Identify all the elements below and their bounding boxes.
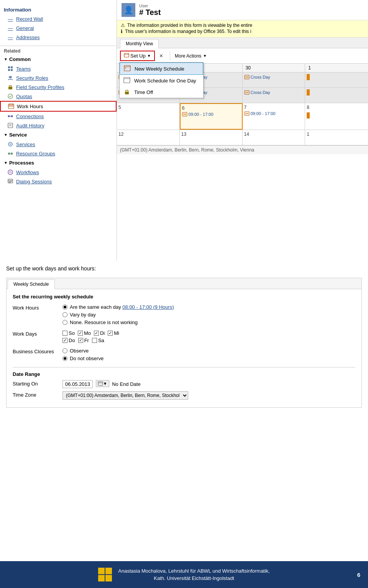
more-actions-button[interactable]: More Actions ▼ bbox=[173, 53, 208, 59]
checkbox-sa-box[interactable] bbox=[92, 338, 97, 343]
sidebar-item-work-hours[interactable]: Work Hours bbox=[0, 101, 117, 112]
services-icon bbox=[7, 141, 14, 148]
weekly-schedule-tab[interactable]: Weekly Schedule bbox=[8, 279, 55, 289]
svg-point-15 bbox=[8, 115, 10, 117]
teams-label: Teams bbox=[16, 66, 31, 72]
common-section-toggle[interactable]: ▼ Common bbox=[0, 54, 117, 64]
business-closures-row: Business Closures Observe Do not observe bbox=[13, 348, 355, 363]
information-header: Information bbox=[0, 5, 117, 14]
radio-none: None. Resource is not working bbox=[62, 320, 355, 325]
sidebar-item-security-roles[interactable]: Security Roles bbox=[0, 73, 117, 82]
cal-cell-1-1 bbox=[305, 72, 368, 87]
checkbox-sa-label: Sa bbox=[98, 338, 104, 343]
svg-rect-14 bbox=[12, 106, 13, 107]
work-hours-label: Work Hours bbox=[17, 104, 43, 109]
spacer bbox=[0, 409, 368, 486]
workflows-label: Workflows bbox=[16, 170, 39, 175]
checkbox-mi: Mi bbox=[108, 330, 119, 336]
sidebar-information-section: Information — Record Wall — General — Ad… bbox=[0, 3, 117, 44]
processes-section-toggle[interactable]: ▼ Processes bbox=[0, 158, 117, 168]
svg-rect-29 bbox=[9, 182, 11, 183]
checkbox-di: Di bbox=[94, 330, 105, 336]
starting-on-row: Starting On 06.05.2013 ▼ No End Date bbox=[13, 380, 355, 388]
time-zone-select[interactable]: (GMT+01:00) Amsterdam, Berlin, Bern, Rom… bbox=[62, 391, 188, 400]
logo-quad-3 bbox=[98, 575, 105, 581]
cross-day-30-2: Cross Day bbox=[244, 90, 304, 95]
checkbox-so-box[interactable] bbox=[62, 331, 67, 336]
sidebar-item-services[interactable]: Services bbox=[0, 140, 117, 149]
cal-cell-12: 12 bbox=[117, 130, 180, 145]
tab-monthly-view[interactable]: Monthly View bbox=[120, 39, 159, 48]
warning-text-1: The information provided in this form is… bbox=[127, 23, 252, 28]
sidebar-item-addresses[interactable]: — Addresses bbox=[0, 33, 117, 42]
sidebar-item-dialog-sessions[interactable]: Dialog Sessions bbox=[0, 177, 117, 186]
sidebar-item-general[interactable]: — General bbox=[0, 23, 117, 33]
general-label: General bbox=[16, 25, 34, 31]
checkbox-di-label: Di bbox=[100, 330, 105, 336]
footer-text: Anastasia Mochalova, Lehrstuhl für ABWL … bbox=[118, 567, 269, 582]
cal-cell-6: 6 09:00 - 17:00 bbox=[180, 103, 243, 130]
checkbox-mo-label: Mo bbox=[84, 330, 91, 336]
close-button[interactable]: × bbox=[157, 52, 165, 60]
cal-cell-7: 7 09:00 - 17:00 bbox=[243, 103, 306, 130]
radio-same-each-day-label: Are the same each day bbox=[70, 304, 122, 310]
page-footer: Anastasia Mochalova, Lehrstuhl für ABWL … bbox=[0, 561, 368, 588]
radio-same-each-day-circle[interactable] bbox=[62, 305, 67, 310]
business-closures-label: Business Closures bbox=[13, 348, 62, 354]
checkbox-fr-box[interactable] bbox=[78, 338, 83, 343]
sidebar-item-connections[interactable]: Connections bbox=[0, 112, 117, 121]
sidebar-item-resource-groups[interactable]: Resource Groups bbox=[0, 149, 117, 158]
dropdown-item-one-day[interactable]: Work Schedule for One Day bbox=[120, 75, 203, 86]
date-picker-button[interactable]: ▼ bbox=[96, 380, 109, 387]
svg-point-4 bbox=[9, 76, 12, 78]
panel-section-title: Set the recurring weekly schedule bbox=[13, 294, 355, 300]
starting-on-date-input[interactable]: 06.05.2013 bbox=[62, 380, 93, 388]
setup-button[interactable]: Set Up ▼ bbox=[120, 51, 155, 61]
work-hours-form-label: Work Hours bbox=[13, 304, 62, 311]
services-label: Services bbox=[16, 142, 35, 147]
work-days-row-2: Do Fr Sa bbox=[62, 338, 355, 343]
warning-text-2: This user's information is managed by Of… bbox=[125, 29, 251, 34]
checkbox-do-label: Do bbox=[69, 338, 75, 343]
warning-banners: ⚠ The information provided in this form … bbox=[117, 20, 368, 38]
sidebar-item-teams[interactable]: Teams bbox=[0, 64, 117, 73]
cal-event-7: 09:00 - 17:00 bbox=[244, 111, 304, 116]
sidebar-item-record-wall[interactable]: — Record Wall bbox=[0, 14, 117, 23]
svg-rect-30 bbox=[124, 53, 129, 57]
sidebar-item-audit-history[interactable]: Audit History bbox=[0, 121, 117, 130]
cal-cell-1-2 bbox=[305, 88, 368, 103]
svg-rect-47 bbox=[98, 382, 103, 385]
processes-triangle-icon: ▼ bbox=[4, 161, 8, 165]
date-range-title: Date Range bbox=[13, 371, 355, 377]
sidebar-item-field-security[interactable]: Field Security Profiles bbox=[0, 82, 117, 92]
sidebar-item-workflows[interactable]: Workflows bbox=[0, 168, 117, 177]
user-label: User bbox=[139, 3, 161, 8]
cal-date-5: 5 bbox=[118, 105, 178, 110]
cal-date-14: 14 bbox=[244, 132, 304, 137]
cal-date-6: 6 bbox=[182, 105, 240, 111]
security-roles-label: Security Roles bbox=[16, 75, 48, 81]
checkbox-mi-box[interactable] bbox=[108, 331, 113, 336]
radio-vary-by-day-circle[interactable] bbox=[62, 312, 67, 317]
radio-none-circle[interactable] bbox=[62, 320, 67, 325]
checkbox-mo: Mo bbox=[78, 330, 91, 336]
svg-rect-12 bbox=[9, 106, 10, 107]
setup-arrow-icon: ▼ bbox=[147, 54, 151, 58]
svg-point-25 bbox=[8, 170, 13, 175]
checkbox-di-box[interactable] bbox=[94, 331, 99, 336]
dropdown-item-new-weekly[interactable]: New Weekly Schedule bbox=[120, 63, 203, 75]
radio-observe-circle[interactable] bbox=[62, 348, 67, 353]
warning-triangle-icon: ⚠ bbox=[121, 23, 125, 28]
radio-do-not-observe-circle[interactable] bbox=[62, 356, 67, 361]
sidebar-item-quotas[interactable]: Quotas bbox=[0, 92, 117, 101]
checkbox-sa: Sa bbox=[92, 338, 104, 343]
work-hours-link[interactable]: 08:00 - 17:00 (9 Hours) bbox=[122, 304, 174, 310]
checkbox-mo-box[interactable] bbox=[78, 331, 83, 336]
service-triangle-icon: ▼ bbox=[4, 133, 8, 137]
one-day-icon bbox=[123, 77, 131, 84]
user-icon: 👤 bbox=[124, 5, 133, 15]
service-section-toggle[interactable]: ▼ Service bbox=[0, 130, 117, 140]
dropdown-item-time-off[interactable]: Time Off bbox=[120, 86, 203, 98]
cal-cell-14: 14 bbox=[243, 130, 306, 145]
checkbox-do-box[interactable] bbox=[62, 338, 67, 343]
